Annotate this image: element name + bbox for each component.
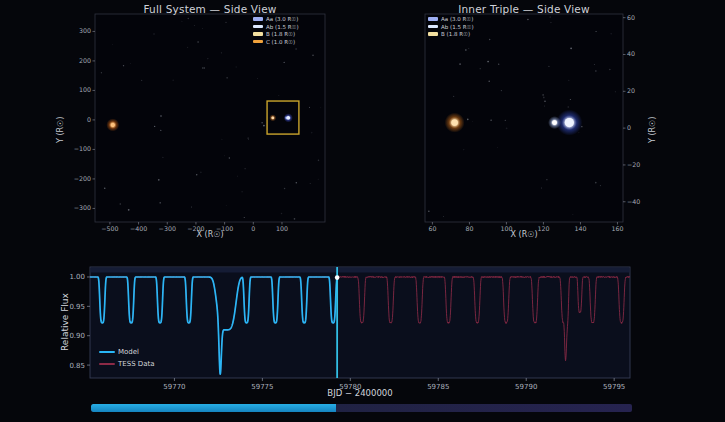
legend-swatch-b	[428, 32, 438, 36]
legend-item-model: Model	[99, 348, 155, 356]
legend-label-ab: Ab (1.5 R☉)	[441, 24, 474, 30]
current-time-dot	[335, 275, 340, 280]
legend-swatch-ab	[428, 25, 438, 29]
full-system-title: Full System — Side View	[95, 3, 325, 15]
star-b	[445, 113, 465, 133]
svg-text:−300: −300	[74, 204, 91, 211]
legend-item-b: B (1.8 R☉)	[428, 31, 474, 37]
star-b	[269, 114, 276, 121]
legend-label-b: B (1.8 R☉)	[441, 31, 470, 37]
legend-item-ab: Ab (1.5 R☉)	[428, 24, 474, 30]
legend-item-aa: Aa (3.0 R☉)	[253, 16, 299, 22]
legend-item-c: C (1.0 R☉)	[253, 39, 299, 45]
inner-triple-legend: Aa (3.0 R☉) Ab (1.5 R☉) B (1.8 R☉)	[428, 16, 474, 37]
svg-text:60: 60	[627, 14, 635, 21]
legend-item-ab: Ab (1.5 R☉)	[253, 24, 299, 30]
light-curve-xaxis-label: BJD − 2400000	[90, 388, 630, 398]
svg-text:−100: −100	[74, 145, 91, 152]
svg-text:20: 20	[627, 87, 635, 94]
light-curve-legend: Model TESS Data	[99, 348, 155, 368]
svg-text:−20: −20	[627, 161, 640, 168]
svg-text:0.95: 0.95	[69, 303, 85, 311]
svg-text:−40: −40	[627, 198, 640, 205]
star-c	[106, 118, 119, 131]
animation-progress-fill	[91, 404, 336, 412]
legend-swatch-tess	[99, 363, 115, 365]
legend-swatch-aa	[428, 17, 438, 21]
legend-swatch-b	[253, 32, 263, 36]
legend-swatch-model	[99, 351, 115, 353]
simulation-frame: −500−400−300−200−10001003002001000−100−2…	[0, 0, 725, 422]
svg-text:200: 200	[79, 57, 91, 64]
full-system-legend: Aa (3.0 R☉) Ab (1.5 R☉) B (1.8 R☉) C (1.…	[253, 16, 299, 45]
legend-swatch-ab	[253, 25, 263, 29]
inner-triple-title: Inner Triple — Side View	[425, 3, 623, 15]
svg-text:0: 0	[627, 124, 631, 131]
svg-text:0: 0	[87, 116, 91, 123]
full-system-xaxis-label: X (R☉)	[95, 230, 325, 239]
animation-progress-bar[interactable]	[91, 404, 632, 412]
inner-triple-xaxis-label: X (R☉)	[425, 230, 623, 239]
svg-text:−200: −200	[74, 175, 91, 182]
legend-swatch-c	[253, 40, 263, 44]
legend-item-b: B (1.8 R☉)	[253, 31, 299, 37]
light-curve-panel: 5977059775597805978559790597951.000.950.…	[69, 267, 630, 391]
light-curve-yaxis-label: Relative Flux	[60, 293, 70, 351]
legend-label-model: Model	[118, 348, 139, 356]
svg-text:0.90: 0.90	[69, 332, 85, 340]
legend-label-aa: Aa (3.0 R☉)	[441, 16, 473, 22]
svg-text:0.85: 0.85	[69, 362, 85, 370]
svg-text:40: 40	[627, 50, 635, 57]
star-aa	[556, 110, 582, 136]
full_system-panel: −500−400−300−200−10001003002001000−100−2…	[74, 14, 325, 232]
star-aa	[284, 113, 293, 122]
legend-item-tess: TESS Data	[99, 360, 155, 368]
legend-label-ab: Ab (1.5 R☉)	[266, 24, 299, 30]
svg-text:1.00: 1.00	[69, 273, 85, 281]
svg-text:100: 100	[79, 86, 91, 93]
inner-triple-yaxis-label: Y (R☉)	[648, 117, 657, 143]
legend-item-aa: Aa (3.0 R☉)	[428, 16, 474, 22]
legend-label-tess: TESS Data	[118, 360, 155, 368]
svg-text:300: 300	[79, 27, 91, 34]
full-system-yaxis-label: Y (R☉)	[56, 117, 65, 143]
legend-label-c: C (1.0 R☉)	[266, 39, 295, 45]
legend-label-aa: Aa (3.0 R☉)	[266, 16, 298, 22]
legend-swatch-aa	[253, 17, 263, 21]
legend-label-b: B (1.8 R☉)	[266, 31, 295, 37]
inner_triple-panel: 60801001201401606040200−20−40	[425, 14, 640, 232]
